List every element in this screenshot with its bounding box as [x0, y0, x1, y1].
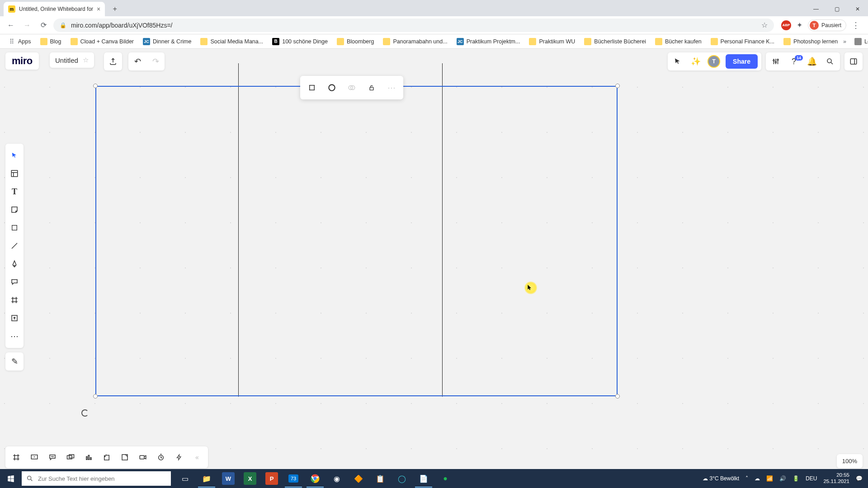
select-tool[interactable] [5, 146, 24, 164]
timer-button[interactable] [152, 448, 170, 466]
frame-tool[interactable] [5, 291, 24, 309]
resize-handle-ne[interactable] [615, 84, 620, 88]
powerpoint-app[interactable]: P [265, 472, 278, 485]
user-avatar[interactable]: T [708, 55, 720, 68]
upload-tool[interactable] [5, 309, 24, 327]
app-icon[interactable]: 🔶 [348, 469, 369, 488]
rotate-handle[interactable] [81, 409, 89, 417]
vote-button[interactable] [80, 448, 98, 466]
card-button[interactable] [61, 448, 80, 466]
obs-app[interactable]: ◉ [326, 469, 347, 488]
resize-handle-sw[interactable] [93, 394, 98, 399]
comments-panel-button[interactable] [43, 448, 61, 466]
reactions-icon[interactable]: ✨ [689, 56, 702, 66]
bookmark-item[interactable]: JCPraktikum Projektm... [453, 36, 524, 47]
magic-tool[interactable]: ✎ [5, 352, 24, 371]
clock[interactable]: 20:55 25.11.2021 [823, 472, 849, 485]
sticky-note-tool[interactable] [5, 201, 24, 219]
board-title-chip[interactable]: Untitled ☆ [50, 52, 94, 68]
search-icon[interactable] [824, 57, 836, 66]
zoom-indicator[interactable]: 100% [837, 454, 863, 468]
url-input[interactable]: 🔒 miro.com/app/board/uXjVOf85Hzs=/ ☆ [53, 19, 774, 32]
activity-button[interactable] [170, 448, 188, 466]
language-indicator[interactable]: DEU [806, 475, 817, 482]
redo-button[interactable]: ↷ [146, 56, 165, 66]
video-button[interactable] [134, 448, 152, 466]
app-icon[interactable]: 📋 [370, 469, 391, 488]
panel-toggle-button[interactable] [844, 52, 863, 70]
chrome-app[interactable] [305, 469, 326, 488]
maximize-button[interactable]: ▢ [826, 2, 847, 16]
settings-icon[interactable] [769, 57, 782, 66]
miro-logo[interactable]: miro [5, 52, 39, 70]
bookmark-item[interactable]: Panoramabahn und... [379, 36, 451, 47]
reload-button[interactable]: ⟳ [37, 19, 50, 32]
calendar-app[interactable]: 73 [283, 469, 304, 488]
help-icon[interactable]: ?14 [788, 57, 800, 66]
word-app[interactable]: W [222, 472, 235, 485]
minimize-button[interactable]: — [806, 2, 826, 16]
spotify-app[interactable]: ● [435, 469, 456, 488]
bookmark-item[interactable]: Blog [37, 36, 65, 47]
notifications-icon[interactable]: 💬 [856, 475, 863, 482]
browser-tab[interactable]: m Untitled, Online Whiteboard for × [4, 2, 105, 16]
close-tab-icon[interactable]: × [97, 5, 100, 13]
collapse-toolbar-button[interactable]: « [188, 448, 206, 466]
onedrive-icon[interactable]: ☁ [755, 475, 760, 482]
task-view-button[interactable]: ▭ [175, 469, 195, 488]
notepad-app[interactable]: 📄 [413, 469, 434, 488]
bookmark-star-icon[interactable]: ☆ [761, 21, 768, 29]
reading-list-button[interactable]: Leseliste [851, 36, 868, 47]
pen-tool[interactable] [5, 255, 24, 273]
frames-panel-button[interactable] [7, 448, 25, 466]
text-tool[interactable]: T [5, 183, 24, 201]
presentation-button[interactable] [25, 448, 43, 466]
bell-icon[interactable]: 🔔 [806, 56, 818, 66]
bookmark-apps[interactable]: ⠿Apps [5, 36, 35, 47]
more-tools[interactable]: ⋯ [5, 327, 24, 345]
new-tab-button[interactable]: + [108, 3, 121, 15]
volume-icon[interactable]: 🔊 [779, 475, 786, 482]
bookmark-item[interactable]: Personal Finance K... [707, 36, 778, 47]
bookmarks-overflow-icon[interactable]: » [843, 38, 846, 45]
bookmark-item[interactable]: Praktikum WU [525, 36, 579, 47]
star-icon[interactable]: ☆ [83, 56, 89, 64]
resize-handle-se[interactable] [615, 394, 620, 399]
share-button[interactable]: Share [726, 54, 758, 69]
chrome-menu-button[interactable]: ⋮ [852, 20, 860, 30]
fill-color-button[interactable] [323, 79, 341, 97]
border-style-button[interactable] [303, 79, 321, 97]
export-button[interactable] [104, 52, 122, 70]
template-tool[interactable] [5, 164, 24, 183]
more-options-button[interactable]: ⋯ [382, 79, 401, 97]
shape-tool[interactable] [5, 219, 24, 237]
abp-extension-icon[interactable]: ABP [781, 20, 791, 30]
bookmark-item[interactable]: Cload + Canva Bilder [67, 36, 137, 47]
cursor-mode-icon[interactable] [671, 57, 684, 66]
taskbar-search[interactable]: Zur Suche Text hier eingeben [22, 471, 171, 486]
opacity-button[interactable] [343, 79, 361, 97]
weather-widget[interactable]: ☁ 3°C Bewölkt [703, 475, 739, 482]
battery-icon[interactable]: 🔋 [793, 475, 799, 482]
forward-button[interactable]: → [21, 19, 33, 32]
edge-app[interactable]: ◯ [392, 469, 412, 488]
bookmark-item[interactable]: Social Media Mana... [197, 36, 267, 47]
resize-handle-nw[interactable] [93, 84, 98, 88]
close-window-button[interactable]: ✕ [847, 2, 868, 16]
bookmark-item[interactable]: JCDinner & Crime [139, 36, 195, 47]
comment-tool[interactable] [5, 273, 24, 291]
undo-button[interactable]: ↶ [128, 56, 146, 66]
bookmark-item[interactable]: Photoshop lernen [780, 36, 841, 47]
extensions-button[interactable]: ✦ [797, 21, 802, 29]
bookmark-item[interactable]: Bücher kaufen [651, 36, 705, 47]
export-panel-button[interactable] [98, 448, 116, 466]
profile-chip[interactable]: T Pausiert [808, 19, 846, 31]
selected-frame[interactable] [95, 86, 618, 396]
bookmark-item[interactable]: B100 schöne Dinge [269, 36, 331, 47]
line-tool[interactable] [5, 237, 24, 255]
lock-button[interactable] [363, 79, 381, 97]
bookmark-item[interactable]: Bloomberg [333, 36, 377, 47]
explorer-app[interactable]: 📁 [196, 469, 217, 488]
start-button[interactable] [0, 474, 22, 483]
excel-app[interactable]: X [244, 472, 256, 485]
